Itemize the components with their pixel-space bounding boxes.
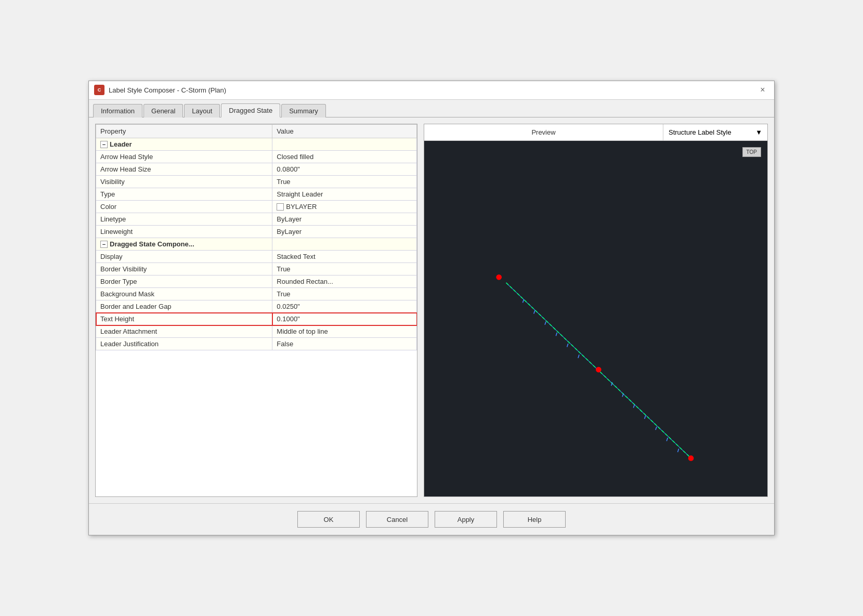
- button-bar: OK Cancel Apply Help: [89, 503, 774, 535]
- table-row[interactable]: VisibilityTrue: [96, 175, 417, 188]
- tab-bar: Information General Layout Dragged State…: [89, 100, 774, 117]
- property-cell: Leader Attachment: [96, 325, 272, 338]
- table-row[interactable]: LinetypeByLayer: [96, 213, 417, 226]
- tick-12: [666, 438, 668, 441]
- value-cell: 0.0250": [272, 300, 417, 313]
- table-row[interactable]: Border TypeRounded Rectan...: [96, 276, 417, 288]
- property-cell: Display: [96, 251, 272, 263]
- table-row[interactable]: DisplayStacked Text: [96, 251, 417, 263]
- property-cell: Background Mask: [96, 288, 272, 300]
- col-header-property: Property: [96, 124, 272, 138]
- top-view-button[interactable]: TOP: [742, 147, 761, 157]
- value-cell: True: [272, 263, 417, 276]
- cancel-button[interactable]: Cancel: [366, 511, 428, 528]
- property-table-scroll[interactable]: Property Value −LeaderArrow Head StyleCl…: [96, 124, 417, 351]
- section-dragged_state[interactable]: −Dragged State Compone...: [96, 238, 417, 251]
- tab-summary[interactable]: Summary: [281, 104, 326, 117]
- table-row[interactable]: Border VisibilityTrue: [96, 263, 417, 276]
- value-cell: True: [272, 288, 417, 300]
- table-row[interactable]: Arrow Head Size0.0800": [96, 163, 417, 175]
- preview-header: Preview Structure Label Style ▼: [424, 124, 767, 141]
- preview-label: Preview: [424, 124, 663, 140]
- value-cell: ByLayer: [272, 226, 417, 238]
- table-row[interactable]: Background MaskTrue: [96, 288, 417, 300]
- value-cell: ByLayer: [272, 213, 417, 226]
- apply-button[interactable]: Apply: [435, 511, 497, 528]
- value-cell: Stacked Text: [272, 251, 417, 263]
- property-cell: Border Type: [96, 276, 272, 288]
- dropdown-arrow-icon: ▼: [755, 128, 762, 136]
- section-leader[interactable]: −Leader: [96, 138, 417, 150]
- value-cell: True: [272, 175, 417, 188]
- value-cell: Straight Leader: [272, 188, 417, 200]
- value-cell: Middle of top line: [272, 325, 417, 338]
- close-button[interactable]: ×: [756, 84, 769, 96]
- preview-style-dropdown[interactable]: Structure Label Style ▼: [663, 125, 767, 139]
- preview-canvas: TOP: [424, 141, 767, 496]
- color-swatch: [277, 203, 284, 211]
- tick-11: [656, 427, 657, 430]
- content-area: Property Value −LeaderArrow Head StyleCl…: [89, 117, 774, 503]
- tick-5: [567, 344, 568, 347]
- preview-style-value: Structure Label Style: [669, 128, 731, 136]
- tab-information[interactable]: Information: [93, 104, 142, 117]
- tick-9: [633, 404, 634, 408]
- value-cell: 0.0800": [272, 163, 417, 175]
- section-toggle-dragged_state[interactable]: −: [100, 241, 108, 248]
- property-cell: Border and Leader Gap: [96, 300, 272, 313]
- property-cell: Arrow Head Style: [96, 150, 272, 163]
- tick-2: [534, 310, 535, 313]
- point-start: [496, 274, 502, 280]
- title-bar-left: C Label Style Composer - C-Storm (Plan): [94, 85, 226, 95]
- property-cell: Color: [96, 200, 272, 213]
- tick-13: [678, 449, 679, 452]
- table-row[interactable]: Leader AttachmentMiddle of top line: [96, 325, 417, 338]
- property-cell: Leader Justification: [96, 338, 272, 350]
- table-row[interactable]: TypeStraight Leader: [96, 188, 417, 200]
- property-table: Property Value −LeaderArrow Head StyleCl…: [96, 124, 417, 351]
- table-row[interactable]: ColorBYLAYER: [96, 200, 417, 213]
- property-cell: Visibility: [96, 175, 272, 188]
- property-cell: Lineweight: [96, 226, 272, 238]
- property-cell: Linetype: [96, 213, 272, 226]
- property-cell: Text Height: [96, 313, 272, 325]
- tab-dragged-state[interactable]: Dragged State: [221, 103, 280, 117]
- tick-1: [522, 299, 524, 303]
- table-row[interactable]: Border and Leader Gap0.0250": [96, 300, 417, 313]
- value-cell: Rounded Rectan...: [272, 276, 417, 288]
- ok-button[interactable]: OK: [297, 511, 360, 528]
- tick-10: [645, 415, 646, 418]
- tab-general[interactable]: General: [143, 104, 183, 117]
- point-mid: [596, 367, 602, 373]
- tab-layout[interactable]: Layout: [184, 104, 220, 117]
- help-button[interactable]: Help: [503, 511, 566, 528]
- table-row[interactable]: Arrow Head StyleClosed filled: [96, 150, 417, 163]
- preview-drawing: [424, 141, 767, 496]
- title-bar: C Label Style Composer - C-Storm (Plan) …: [89, 81, 774, 100]
- value-cell: Closed filled: [272, 150, 417, 163]
- preview-panel: Preview Structure Label Style ▼ TOP: [424, 124, 768, 497]
- value-cell: 0.1000": [272, 313, 417, 325]
- main-window: C Label Style Composer - C-Storm (Plan) …: [88, 81, 775, 535]
- col-header-value: Value: [272, 124, 417, 138]
- table-row[interactable]: Text Height0.1000": [96, 313, 417, 325]
- value-cell: BYLAYER: [272, 200, 417, 213]
- property-panel: Property Value −LeaderArrow Head StyleCl…: [95, 124, 417, 497]
- section-toggle-leader[interactable]: −: [100, 141, 108, 148]
- property-cell: Arrow Head Size: [96, 163, 272, 175]
- tick-3: [545, 321, 546, 324]
- table-row[interactable]: Leader JustificationFalse: [96, 338, 417, 350]
- value-cell: False: [272, 338, 417, 350]
- tick-8: [622, 394, 623, 397]
- window-title: Label Style Composer - C-Storm (Plan): [109, 86, 226, 94]
- property-cell: Type: [96, 188, 272, 200]
- point-end: [688, 455, 694, 461]
- table-row[interactable]: LineweightByLayer: [96, 226, 417, 238]
- tick-6: [578, 355, 579, 358]
- app-icon: C: [94, 85, 104, 95]
- property-cell: Border Visibility: [96, 263, 272, 276]
- tick-4: [556, 333, 557, 336]
